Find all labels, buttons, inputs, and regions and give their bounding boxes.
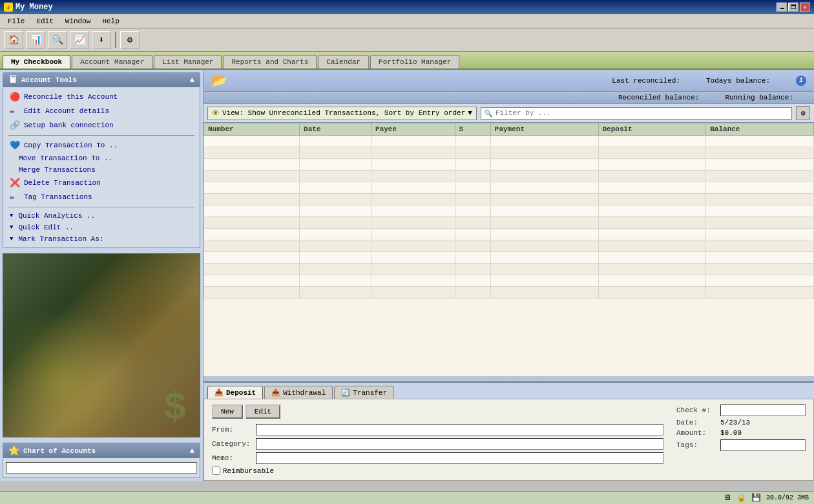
reconciled-balance-label: Reconciled balance: [618, 94, 699, 101]
tag-tx-label: Tag Transactions [24, 193, 92, 201]
sidebar-item-quick-edit[interactable]: ▼ Quick Edit .. [3, 222, 200, 233]
amount-label: Amount: [676, 429, 715, 437]
account-tools-title: Account Tools [21, 76, 77, 84]
category-field[interactable] [256, 438, 663, 450]
status-icon-3[interactable]: 💾 [751, 493, 761, 503]
memo-row: Memo: [212, 452, 663, 464]
new-button[interactable]: New [212, 404, 243, 419]
close-button[interactable]: ✕ [800, 3, 810, 12]
chart-of-accounts-header: ⭐ Chart of Accounts ▲ [3, 443, 200, 458]
col-payee: Payee [371, 123, 455, 136]
check-field[interactable] [720, 404, 806, 416]
table-row[interactable] [204, 182, 814, 194]
entry-panel: 📥 Deposit 📤 Withdrawal 🔄 Transfer New [204, 381, 814, 481]
resize-handle[interactable]: · · · · · · · · [204, 376, 814, 381]
sidebar-item-quick-analytics[interactable]: ▼ Quick Analytics .. [3, 210, 200, 222]
table-row[interactable] [204, 217, 814, 229]
table-row[interactable] [204, 252, 814, 264]
menu-file[interactable]: File [3, 16, 30, 26]
sidebar-item-copy-tx[interactable]: 💙 Copy Transaction To .. [3, 138, 200, 152]
table-row[interactable] [204, 205, 814, 217]
sidebar-item-mark-tx[interactable]: ▼ Mark Transaction As: [3, 233, 200, 245]
memo-label: Memo: [212, 454, 251, 462]
table-row[interactable] [204, 136, 814, 147]
table-row[interactable] [204, 287, 814, 299]
memory-text: 30.0/92 3MB [766, 494, 809, 501]
reconcile-icon: 🔴 [10, 92, 20, 102]
status-bar: 🖥 🔒 💾 30.0/92 3MB [0, 491, 814, 504]
info-icon[interactable]: i [796, 76, 806, 86]
sidebar-item-delete-tx[interactable]: ❌ Delete Transaction [3, 176, 200, 190]
tab-list-manager[interactable]: List Manager [154, 55, 222, 68]
chart-icon: ⭐ [8, 445, 19, 456]
table-row[interactable] [204, 275, 814, 287]
account-tools-collapse[interactable]: ▲ [190, 76, 194, 85]
status-icon-2[interactable]: 🔒 [736, 493, 746, 503]
filter-input[interactable] [496, 109, 789, 117]
tab-my-checkbook[interactable]: My Checkbook [3, 55, 70, 68]
move-tx-label: Move Transaction To .. [19, 154, 112, 162]
toolbar-search[interactable]: 🔍 [48, 31, 67, 49]
filter-search-icon: 🔍 [484, 109, 493, 118]
tab-deposit[interactable]: 📥 Deposit [207, 386, 263, 399]
tab-calendar[interactable]: Calendar [318, 55, 369, 68]
category-row: Category: [212, 438, 663, 450]
menu-help[interactable]: Help [97, 16, 124, 26]
chart-of-accounts-panel: ⭐ Chart of Accounts ▲ [3, 443, 200, 478]
table-row[interactable] [204, 194, 814, 205]
sidebar-item-reconcile[interactable]: 🔴 Reconcile this Account [3, 90, 200, 104]
bank-connection-icon: 🔗 [10, 120, 20, 131]
sidebar-item-bank-connection[interactable]: 🔗 Setup bank connection [3, 118, 200, 132]
quick-analytics-label: Quick Analytics .. [18, 212, 95, 220]
sidebar-item-tag-tx[interactable]: ✏ Tag Transactions [3, 190, 200, 204]
bank-connection-label: Setup bank connection [24, 121, 114, 129]
date-value: 5/23/13 [720, 419, 750, 426]
tab-account-manager[interactable]: Account Manager [72, 55, 152, 68]
table-row[interactable] [204, 171, 814, 182]
divider-2 [8, 207, 194, 207]
tab-reports-charts[interactable]: Reports and Charts [223, 55, 317, 68]
view-selector-button[interactable]: 👁 View: Show Unreconciled Transactions, … [207, 107, 477, 120]
edit-button[interactable]: Edit [245, 404, 280, 419]
sidebar-item-edit-account[interactable]: ✏ Edit Account details [3, 104, 200, 118]
check-row: Check #: [676, 404, 806, 416]
minimize-button[interactable]: 🗕 [777, 3, 787, 12]
table-row[interactable] [204, 147, 814, 159]
chart-search-input[interactable] [6, 462, 197, 474]
toolbar-accounts[interactable]: 📊 [26, 31, 45, 49]
tags-field[interactable] [720, 439, 806, 451]
reimbursable-checkbox[interactable] [212, 467, 220, 475]
account-tools-icon: 🖩 [8, 75, 17, 85]
running-balance-label: Running balance: [725, 94, 793, 101]
sidebar-item-merge-tx[interactable]: Merge Transactions [3, 164, 200, 176]
transfer-tab-label: Transfer [353, 389, 387, 397]
chart-collapse[interactable]: ▲ [190, 446, 194, 456]
status-icon-1[interactable]: 🖥 [724, 493, 731, 503]
table-row[interactable] [204, 159, 814, 171]
toolbar-download[interactable]: ⬇ [92, 31, 111, 49]
table-settings-button[interactable]: ⚙ [796, 106, 810, 120]
col-number: Number [204, 123, 300, 136]
col-deposit: Deposit [598, 123, 706, 136]
tab-portfolio-manager[interactable]: Portfolio Manager [370, 55, 459, 68]
account-folder-icon: 📂 [211, 72, 227, 89]
menu-window[interactable]: Window [60, 16, 96, 26]
menu-edit[interactable]: Edit [31, 16, 58, 26]
memo-field[interactable] [256, 452, 663, 464]
toolbar-separator [115, 32, 116, 48]
maximize-button[interactable]: 🗖 [788, 3, 798, 12]
tab-transfer[interactable]: 🔄 Transfer [334, 386, 394, 399]
tag-tx-icon: ✏ [10, 192, 20, 202]
table-row[interactable] [204, 264, 814, 275]
toolbar-settings[interactable]: ⚙ [120, 31, 140, 49]
edit-account-icon: ✏ [10, 106, 20, 116]
tags-label: Tags: [676, 441, 715, 449]
from-field[interactable] [256, 424, 663, 436]
window-controls: 🗕 🗖 ✕ [777, 3, 810, 12]
table-row[interactable] [204, 240, 814, 252]
table-row[interactable] [204, 229, 814, 240]
toolbar-home[interactable]: 🏠 [4, 31, 23, 49]
tab-withdrawal[interactable]: 📤 Withdrawal [264, 386, 333, 399]
sidebar-item-move-tx[interactable]: Move Transaction To .. [3, 152, 200, 164]
toolbar-chart[interactable]: 📈 [70, 31, 89, 49]
